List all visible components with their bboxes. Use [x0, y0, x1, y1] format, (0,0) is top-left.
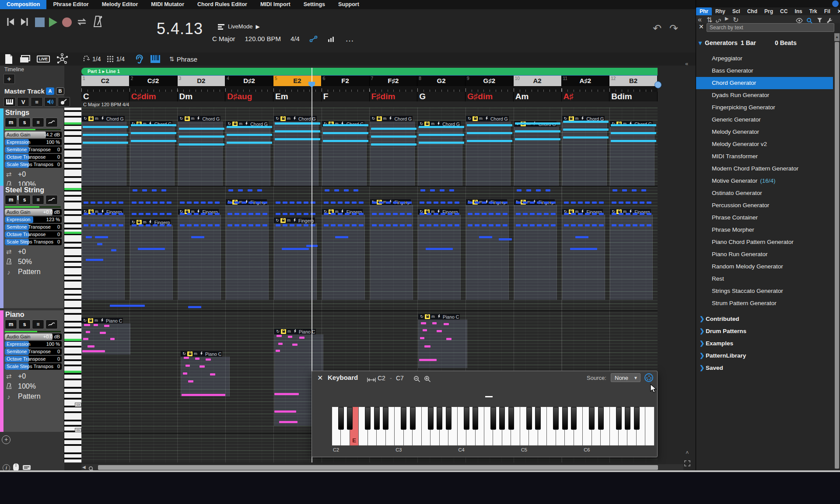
midi-note[interactable]	[153, 224, 158, 226]
zoom-in-icon[interactable]	[424, 375, 431, 382]
generator-item-modern-chord-pattern-generator[interactable]: Modern Chord Pattern Generator	[696, 163, 833, 175]
category-examples[interactable]: ❯Examples	[696, 337, 833, 350]
midi-note[interactable]	[467, 132, 512, 134]
midi-note[interactable]	[139, 202, 144, 204]
scroll-left-icon[interactable]: ◀	[82, 465, 86, 469]
midi-note[interactable]	[640, 202, 644, 204]
chord-cell-g-dim[interactable]: G♯dim	[466, 92, 514, 101]
master-a-button[interactable]: A	[46, 87, 54, 95]
midi-note[interactable]	[180, 224, 185, 226]
phrase-header-piano[interactable]: ↻mPiano C	[274, 329, 316, 334]
chord-cell-c[interactable]: C	[81, 92, 130, 101]
category-patternlibrary[interactable]: ❯PatternLibrary	[696, 350, 833, 362]
midi-note[interactable]	[419, 126, 464, 128]
midi-note[interactable]	[238, 189, 243, 191]
group-col-beats[interactable]: 0 Beats	[775, 39, 797, 46]
master-instrument-icon[interactable]	[58, 97, 70, 107]
midi-note[interactable]	[537, 224, 542, 226]
piano-view-icon[interactable]	[150, 55, 161, 63]
part-header-bar[interactable]: Part 1 ▸ Line 1	[81, 68, 658, 75]
midi-note[interactable]	[640, 224, 644, 226]
scrollbar-thumb[interactable]	[835, 42, 839, 469]
black-key[interactable]	[446, 407, 452, 430]
bar-cell-b2[interactable]: 12B2	[609, 76, 658, 87]
midi-note[interactable]	[119, 202, 123, 204]
chord-cell-f-dim[interactable]: F♯dim	[370, 92, 418, 101]
black-key[interactable]	[383, 407, 388, 430]
phrase-header-strings[interactable]: ↻mChord G	[466, 116, 509, 122]
mute-button[interactable]: m	[5, 195, 17, 205]
midi-note[interactable]	[516, 213, 521, 215]
midi-note[interactable]	[331, 202, 336, 204]
livemode-control[interactable]: LiveMode ▶	[217, 23, 260, 30]
midi-note[interactable]	[475, 224, 480, 226]
midi-note[interactable]	[194, 202, 199, 204]
midi-note[interactable]	[210, 373, 215, 375]
midi-note[interactable]	[275, 130, 320, 132]
midi-note[interactable]	[619, 213, 623, 215]
master-speaker-icon[interactable]	[44, 97, 56, 107]
panel-tab-trk[interactable]: Trk	[806, 7, 821, 15]
midi-note[interactable]	[516, 224, 521, 226]
black-key[interactable]	[535, 407, 541, 430]
midi-note[interactable]	[325, 189, 329, 191]
generator-item-motive-generator[interactable]: Motive Generator(16/4)	[696, 175, 833, 187]
midi-note[interactable]	[139, 224, 144, 226]
generator-item-piano-chord-pattern-generator[interactable]: Piano Chord Pattern Generator	[696, 236, 833, 248]
solo-button[interactable]: s	[18, 195, 31, 205]
midi-note[interactable]	[188, 380, 193, 382]
midi-note[interactable]	[180, 213, 185, 215]
midi-note[interactable]	[94, 324, 98, 326]
midi-note[interactable]	[571, 213, 576, 215]
midi-note[interactable]	[105, 213, 109, 215]
generator-item-dyads-run-generator[interactable]: Dyads Run Generator	[696, 89, 833, 101]
velocity-bars-icon[interactable]	[328, 35, 336, 42]
midi-note[interactable]	[475, 213, 480, 215]
midi-note[interactable]	[95, 236, 108, 238]
song-key[interactable]: C Major	[212, 35, 235, 42]
midi-note[interactable]	[262, 224, 267, 226]
midi-note[interactable]	[256, 224, 260, 226]
midi-note[interactable]	[432, 322, 437, 324]
midi-note[interactable]	[304, 224, 308, 226]
midi-note[interactable]	[279, 421, 298, 423]
midi-note[interactable]	[599, 213, 604, 215]
midi-note[interactable]	[530, 224, 535, 226]
midi-note[interactable]	[111, 249, 116, 251]
midi-note[interactable]	[83, 134, 128, 136]
midi-note[interactable]	[105, 202, 109, 204]
midi-note[interactable]	[138, 248, 165, 250]
midi-note[interactable]	[104, 325, 109, 327]
loop-button[interactable]	[76, 17, 88, 27]
midi-note[interactable]	[153, 202, 158, 204]
midi-note[interactable]	[515, 130, 560, 132]
midi-note[interactable]	[386, 213, 391, 215]
midi-note[interactable]	[448, 224, 452, 226]
midi-note[interactable]	[647, 202, 651, 204]
chord-cell-g[interactable]: G	[417, 92, 466, 101]
bar-cell-c2[interactable]: 1C2	[81, 76, 130, 87]
param-expression[interactable]: Expression100 %	[5, 139, 62, 146]
master-velocity-button[interactable]: V	[17, 97, 29, 107]
midi-note[interactable]	[420, 224, 424, 226]
midi-note[interactable]	[98, 224, 102, 226]
midi-note[interactable]	[359, 224, 364, 226]
midi-note[interactable]	[489, 213, 494, 215]
midi-note[interactable]	[276, 335, 282, 337]
midi-note[interactable]	[441, 224, 445, 226]
white-key[interactable]	[645, 407, 654, 445]
chord-cell-am[interactable]: Am	[514, 92, 562, 101]
midi-note[interactable]	[622, 189, 627, 191]
midi-note[interactable]	[142, 189, 147, 191]
midi-note[interactable]	[515, 138, 560, 140]
midi-note[interactable]	[515, 122, 560, 125]
master-piano-icon[interactable]	[4, 97, 16, 107]
black-key[interactable]	[374, 407, 380, 430]
phrase-body[interactable]	[562, 215, 605, 300]
param-semitone-transpose[interactable]: Semitone Transpose0	[5, 348, 62, 355]
phrase-body[interactable]	[466, 205, 509, 300]
param-octave-transpose[interactable]: Octave Transpose0	[5, 356, 62, 362]
midi-note[interactable]	[578, 224, 583, 226]
midi-note[interactable]	[297, 202, 301, 204]
midi-note[interactable]	[626, 213, 630, 215]
